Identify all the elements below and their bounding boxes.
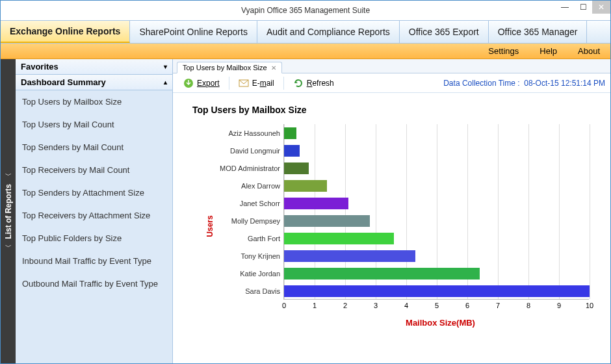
- sidebar-dashboard-header[interactable]: Dashboard Summary ▴: [16, 75, 172, 90]
- sidebar-item[interactable]: Inbound Mail Traffic by Event Type: [16, 250, 172, 272]
- gridline: [498, 124, 499, 299]
- navtab-manager[interactable]: Office 365 Manager: [489, 21, 588, 43]
- close-button[interactable]: ✕: [592, 1, 610, 14]
- window-controls: — ☐ ✕: [556, 1, 610, 14]
- email-button[interactable]: E-mail: [233, 76, 280, 90]
- navtab-exchange[interactable]: Exchange Online Reports: [1, 21, 130, 43]
- bar-row: Tony Krijnen: [284, 250, 415, 262]
- bar: [284, 127, 296, 139]
- chart-area: Top Users by Mailbox Size Users 01234567…: [173, 93, 610, 363]
- category-label: MOD Administrator: [206, 164, 284, 172]
- x-tick: 2: [343, 302, 347, 309]
- settings-link[interactable]: Settings: [488, 46, 519, 56]
- navtab-audit[interactable]: Audit and Compliance Reports: [257, 21, 400, 43]
- help-link[interactable]: Help: [540, 46, 557, 56]
- data-collection-time: Data Collection Time : 08-Oct-15 12:51:1…: [443, 79, 605, 88]
- x-tick: 5: [435, 302, 439, 309]
- sidebar-item[interactable]: Outbound Mail Traffic by Event Type: [16, 272, 172, 295]
- gridline: [590, 124, 590, 299]
- gridline: [528, 124, 529, 299]
- sidebar-item[interactable]: Top Senders by Mail Count: [16, 136, 172, 159]
- divider: [283, 77, 284, 90]
- bar: [284, 268, 480, 280]
- chevron-up-icon: ﹀: [5, 171, 12, 180]
- x-tick: 4: [404, 302, 408, 309]
- bar: [284, 162, 309, 174]
- bar-row: Aziz Hassouneh: [284, 127, 296, 139]
- titlebar: Vyapin Office 365 Management Suite — ☐ ✕: [1, 1, 610, 20]
- toolbar: Export E-mail Refresh: [173, 73, 610, 93]
- x-tick: 1: [313, 302, 317, 309]
- window-title: Vyapin Office 365 Management Suite: [241, 6, 370, 15]
- chart-xlabel: Mailbox Size(MB): [283, 318, 597, 328]
- sidebar-item[interactable]: Top Senders by Attachment Size: [16, 181, 172, 204]
- sidebar-list: Top Users by Mailbox SizeTop Users by Ma…: [16, 90, 172, 363]
- x-tick: 6: [465, 302, 469, 309]
- category-label: Garth Fort: [206, 235, 284, 242]
- x-tick: 7: [496, 302, 500, 309]
- sidebar-item[interactable]: Top Users by Mail Count: [16, 113, 172, 136]
- ribbon-strip: Settings Help About: [1, 44, 610, 59]
- bar: [284, 215, 370, 227]
- sidebar-item[interactable]: Top Users by Mailbox Size: [16, 90, 172, 113]
- refresh-icon: [293, 78, 304, 88]
- bar: [284, 198, 348, 209]
- bar-row: Garth Fort: [284, 233, 394, 244]
- sidebar-favorites-header[interactable]: Favorites ▾: [16, 59, 172, 75]
- app-window: Vyapin Office 365 Management Suite — ☐ ✕…: [0, 0, 611, 364]
- sidebar-item[interactable]: Top Receivers by Attachment Size: [16, 204, 172, 227]
- category-label: Tony Krijnen: [206, 252, 284, 260]
- x-tick: 3: [374, 302, 378, 309]
- x-tick: 10: [586, 302, 593, 309]
- export-icon: [183, 78, 194, 88]
- export-button[interactable]: Export: [178, 76, 225, 90]
- x-tick: 0: [282, 302, 286, 309]
- body: ﹀ List of Reports ﹀ Favorites ▾ Dashboar…: [1, 59, 610, 363]
- plot-area: 012345678910Aziz HassounehDavid Longmuir…: [283, 124, 589, 300]
- about-link[interactable]: About: [578, 46, 600, 56]
- chevron-up-icon: ▴: [164, 79, 167, 86]
- gridline: [559, 124, 560, 299]
- bar-row: Janet Schorr: [284, 198, 348, 209]
- x-tick: 8: [526, 302, 530, 309]
- bar-row: David Longmuir: [284, 145, 300, 157]
- bar: [284, 285, 590, 297]
- bar-row: Alex Darrow: [284, 180, 327, 192]
- chevron-down-icon: ▾: [164, 63, 167, 70]
- sidebar: Favorites ▾ Dashboard Summary ▴ Top User…: [16, 59, 173, 363]
- chart-title: Top Users by Mailbox Size: [192, 105, 597, 115]
- category-label: Sara Davis: [206, 287, 284, 295]
- category-label: Aziz Hassouneh: [206, 129, 284, 137]
- favorites-label: Favorites: [21, 62, 58, 72]
- doc-tab-label: Top Users by Mailbox Size: [183, 64, 267, 72]
- main-panel: Top Users by Mailbox Size ✕ Export E-mai: [173, 59, 610, 363]
- minimize-button[interactable]: —: [556, 1, 574, 14]
- category-label: Molly Dempsey: [206, 217, 284, 225]
- doc-tab[interactable]: Top Users by Mailbox Size ✕: [177, 62, 282, 73]
- document-tabs: Top Users by Mailbox Size ✕: [173, 59, 610, 73]
- close-icon[interactable]: ✕: [271, 64, 276, 72]
- navtab-export[interactable]: Office 365 Export: [400, 21, 489, 43]
- category-label: David Longmuir: [206, 147, 284, 155]
- category-label: Katie Jordan: [206, 270, 284, 278]
- divider: [229, 77, 229, 90]
- chart: Users 012345678910Aziz HassounehDavid Lo…: [205, 124, 597, 328]
- sidebar-item[interactable]: Top Public Folders by Size: [16, 227, 172, 250]
- maximize-button[interactable]: ☐: [574, 1, 592, 14]
- bar: [284, 180, 327, 192]
- category-label: Janet Schorr: [206, 200, 284, 207]
- dashboard-label: Dashboard Summary: [21, 77, 106, 87]
- refresh-button[interactable]: Refresh: [288, 76, 339, 90]
- navtab-sharepoint[interactable]: SharePoint Online Reports: [130, 21, 257, 43]
- vertical-bar[interactable]: ﹀ List of Reports ﹀: [1, 59, 16, 363]
- x-tick: 9: [557, 302, 561, 309]
- sidebar-item[interactable]: Top Receivers by Mail Count: [16, 159, 172, 181]
- bar-row: Sara Davis: [284, 285, 590, 297]
- nav-tabs: Exchange Online Reports SharePoint Onlin…: [1, 20, 610, 44]
- bar: [284, 145, 300, 157]
- bar-row: Katie Jordan: [284, 268, 480, 280]
- bar: [284, 233, 394, 244]
- bar-row: Molly Dempsey: [284, 215, 370, 227]
- bar: [284, 250, 415, 262]
- vbar-label: List of Reports: [4, 184, 13, 239]
